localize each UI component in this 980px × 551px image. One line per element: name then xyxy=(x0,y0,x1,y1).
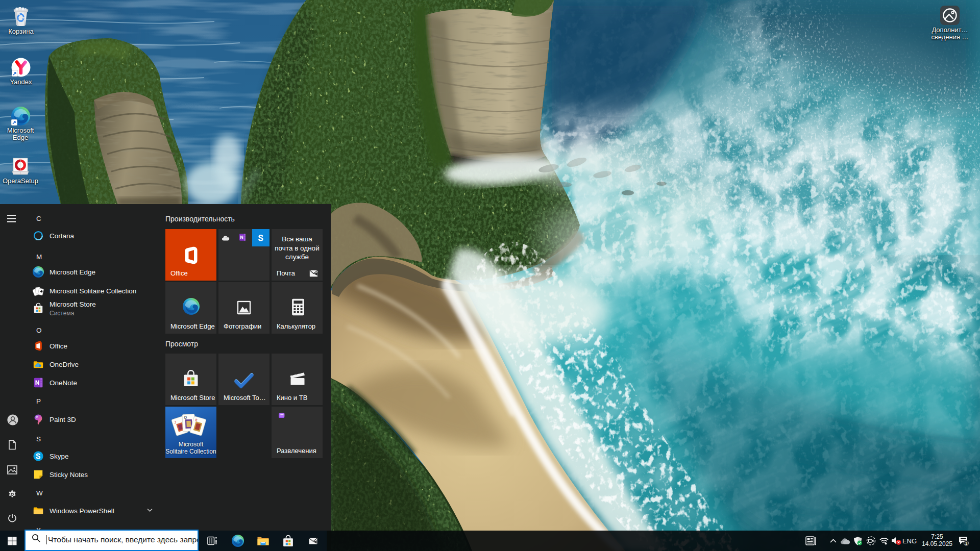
svg-text:Q: Q xyxy=(184,415,187,420)
svg-text:1: 1 xyxy=(965,541,968,546)
